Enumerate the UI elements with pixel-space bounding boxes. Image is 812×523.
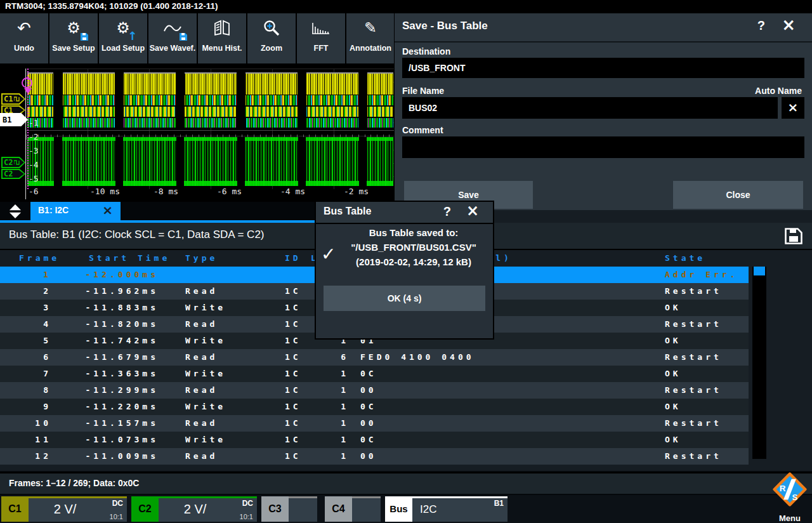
waveform-tag-b1[interactable]: B1	[0, 113, 28, 126]
c1-coupling: DC	[112, 499, 123, 508]
cell-frame: 2	[6, 283, 51, 300]
cell-state: Restart	[665, 415, 747, 432]
channel-c2-settings[interactable]: 2 V/ DC 10:1	[159, 496, 257, 522]
load-setup-button[interactable]: ⚙ ↑ Load Setup	[99, 13, 147, 63]
save-setup-button[interactable]: ⚙ Save Setup	[49, 13, 98, 63]
waveform-tag-c2-b[interactable]: C2	[1, 169, 25, 179]
channel-c4-settings[interactable]	[352, 496, 381, 522]
cell-state: Restart	[665, 283, 747, 300]
destination-input[interactable]: /USB_FRONT	[402, 58, 804, 78]
waveform-display[interactable]: -1-2-3-4-5-6-10 ms-8 ms-6 ms-4 ms-2 ms C…	[0, 63, 395, 202]
tag-label: C2	[1, 169, 13, 178]
popup-close-icon[interactable]: ×	[466, 202, 479, 220]
device-info: RTM3004; 1335.8794K04; 101029 (01.400 20…	[5, 1, 218, 11]
close-button[interactable]: Close	[673, 181, 803, 209]
scrollbar-thumb[interactable]	[754, 267, 765, 275]
tab-close-icon[interactable]: ×	[102, 202, 113, 218]
annotation-label: Annotation	[350, 44, 391, 53]
cell-frame: 6	[6, 349, 51, 366]
undo-label: Undo	[14, 44, 34, 53]
load-setup-icon: ⚙ ↑	[99, 13, 147, 43]
sort-arrows-icon	[9, 203, 22, 220]
file-name-input[interactable]: BUS02	[402, 97, 778, 119]
cell-state: OK	[665, 399, 747, 415]
table-row[interactable]: 6-11.679msRead1C6FED0 4100 0400Restart	[0, 349, 749, 366]
undo-button[interactable]: ↶ Undo	[0, 13, 48, 63]
waveform-tag-c2[interactable]: C2	[1, 157, 25, 168]
table-row[interactable]: 12-11.009msRead1C100Restart	[0, 448, 749, 465]
bus-name: Bus	[390, 503, 407, 514]
column-header-type[interactable]: Type	[185, 250, 218, 267]
status-bar: Frames: 1–12 / 269; Data: 0x0C	[0, 472, 812, 494]
menu-button[interactable]: R S Menu	[770, 472, 809, 523]
menu-label: Menu	[770, 513, 809, 523]
dialog-help-icon[interactable]: ?	[757, 18, 765, 33]
trigger-marker-icon[interactable]	[22, 77, 32, 88]
tab-sort-control[interactable]	[1, 202, 29, 220]
column-header-state[interactable]: State	[665, 250, 705, 267]
bus-idle-gaps-bottom	[27, 137, 393, 186]
save-waveform-label: Save Wavef.	[150, 44, 196, 53]
cell-data: 00	[360, 382, 627, 399]
cell-data: 0C	[360, 366, 627, 382]
cell-frame: 10	[6, 415, 51, 432]
bus-settings[interactable]: I2C B1	[412, 496, 508, 522]
table-row[interactable]: 9-11.220msWrite1C10COK	[0, 399, 749, 415]
annotation-button[interactable]: ✎ Annotation	[346, 13, 395, 63]
auto-name-label[interactable]: Auto Name	[755, 86, 802, 96]
time-label: -2 ms	[344, 187, 369, 196]
cell-start: -11.157ms	[70, 415, 159, 432]
dialog-titlebar: Save - Bus Table ? ×	[395, 13, 812, 43]
save-setup-icon: ⚙	[49, 13, 98, 43]
dialog-close-icon[interactable]: ×	[782, 15, 796, 34]
file-name-label: File Name	[402, 86, 444, 96]
save-waveform-button[interactable]: Save Wavef.	[148, 13, 197, 63]
cell-length: 1	[317, 432, 349, 448]
cell-start: -11.220ms	[70, 399, 159, 415]
time-label: -8 ms	[154, 187, 178, 196]
gridline-major	[26, 130, 395, 131]
channel-c4-button[interactable]: C4	[325, 496, 352, 522]
dialog-title: Save - Bus Table	[402, 20, 488, 32]
save-bus-table-icon[interactable]	[784, 227, 803, 245]
comment-input[interactable]	[402, 136, 804, 158]
table-row[interactable]: 7-11.363msWrite1C10COK	[0, 366, 749, 382]
channel-c1-button[interactable]: C1	[1, 496, 29, 522]
cell-frame: 5	[6, 333, 51, 349]
table-scrollbar[interactable]	[752, 267, 766, 459]
channel-c3-settings[interactable]	[289, 496, 317, 522]
cell-length: 1	[317, 448, 349, 465]
bus-button[interactable]: Bus	[385, 496, 412, 522]
v-scale-label: -1	[29, 118, 39, 128]
bus-idle-gaps-top	[27, 72, 393, 129]
cell-start: -11.299ms	[70, 382, 159, 399]
table-row[interactable]: 10-11.157msRead1C100Restart	[0, 415, 749, 432]
undo-icon: ↶	[0, 13, 48, 43]
fft-icon	[297, 13, 345, 43]
cell-start: -11.962ms	[70, 283, 159, 300]
column-header-start-time[interactable]: Start Time	[89, 250, 170, 267]
cell-frame: 1	[6, 267, 51, 283]
menu-history-button[interactable]: Menu Hist.	[198, 13, 246, 63]
cell-start: -11.742ms	[70, 333, 159, 349]
tab-b1-i2c[interactable]: B1: I2C ×	[30, 202, 121, 220]
column-header-frame[interactable]: Frame	[19, 250, 60, 267]
waveform-tag-c1[interactable]: C1	[1, 93, 25, 105]
cell-data: FED0 4100 0400	[360, 349, 627, 366]
column-header-id[interactable]: ID	[285, 250, 301, 267]
popup-ok-button[interactable]: OK (4 s)	[324, 286, 485, 311]
channel-c1-settings[interactable]: 2 V/ DC 10:1	[29, 496, 127, 522]
channel-c3-button[interactable]: C3	[261, 496, 289, 522]
titlebar: RTM3004; 1335.8794K04; 101029 (01.400 20…	[0, 0, 812, 13]
v-scale-label: -6	[29, 187, 39, 196]
popup-help-icon[interactable]: ?	[443, 204, 451, 219]
cell-start: -12.000ms	[70, 267, 159, 283]
v-scale-label: -2	[29, 132, 39, 142]
table-row[interactable]: 8-11.299msRead1C100Restart	[0, 382, 749, 399]
table-row[interactable]: 11-11.073msWrite1C10COK	[0, 432, 749, 448]
zoom-button[interactable]: Zoom	[247, 13, 296, 63]
channel-c2-button[interactable]: C2	[131, 496, 159, 522]
file-name-clear-button[interactable]: ×	[782, 97, 804, 119]
fft-button[interactable]: FFT	[297, 13, 345, 63]
c1-name: C1	[8, 503, 21, 514]
